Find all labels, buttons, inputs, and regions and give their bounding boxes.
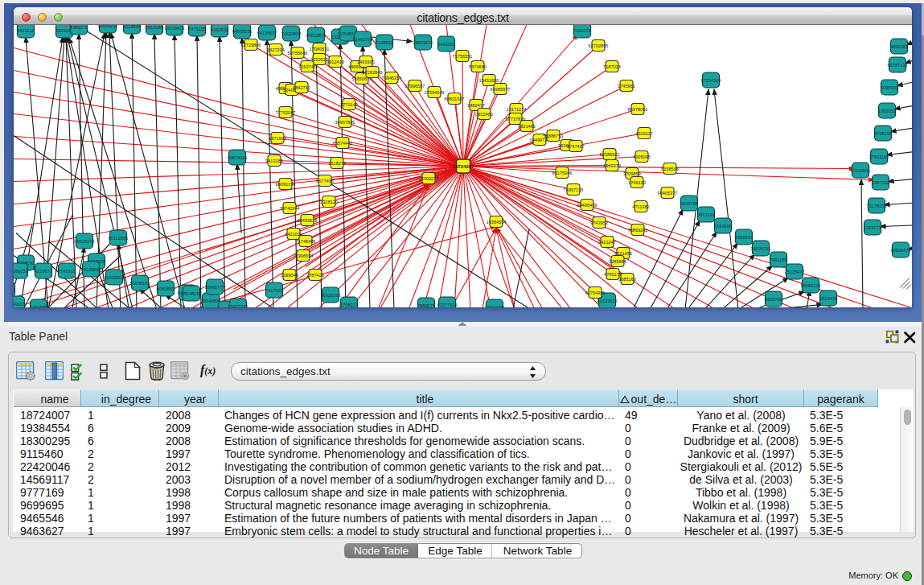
- svg-text:1745961: 1745961: [618, 84, 635, 89]
- svg-text:1824493: 1824493: [819, 296, 837, 301]
- svg-text:7917693: 7917693: [265, 288, 283, 293]
- svg-text:81223623: 81223623: [598, 299, 618, 303]
- svg-text:93103413: 93103413: [165, 26, 185, 31]
- svg-text:18724007: 18724007: [453, 164, 474, 169]
- svg-text:64835030: 64835030: [232, 29, 253, 34]
- svg-text:85574443: 85574443: [333, 141, 353, 146]
- svg-text:81754965: 81754965: [585, 290, 606, 295]
- svg-text:4711382: 4711382: [632, 204, 649, 209]
- svg-text:4216073: 4216073: [35, 269, 52, 274]
- svg-text:4738299: 4738299: [874, 131, 892, 136]
- svg-text:3387262: 3387262: [872, 180, 889, 185]
- svg-text:9821465: 9821465: [518, 124, 536, 129]
- svg-text:64139537: 64139537: [257, 31, 277, 35]
- svg-text:75869261: 75869261: [628, 228, 648, 233]
- svg-text:4005045: 4005045: [633, 154, 651, 159]
- svg-text:71906594: 71906594: [294, 253, 314, 258]
- svg-text:4316117: 4316117: [635, 131, 652, 136]
- svg-text:67010651: 67010651: [851, 168, 871, 173]
- svg-text:3709859: 3709859: [623, 171, 641, 176]
- svg-text:27354549: 27354549: [425, 90, 445, 95]
- svg-text:8708317: 8708317: [340, 303, 358, 307]
- svg-text:6193990: 6193990: [714, 224, 732, 229]
- svg-text:29946804: 29946804: [201, 299, 221, 303]
- svg-text:00524278: 00524278: [75, 239, 95, 244]
- svg-text:15300273: 15300273: [419, 176, 439, 181]
- svg-text:79740344: 79740344: [280, 206, 300, 211]
- svg-text:15451680: 15451680: [479, 78, 499, 83]
- svg-text:96532871: 96532871: [306, 33, 326, 38]
- svg-text:73178108: 73178108: [867, 204, 887, 208]
- svg-text:62729806: 62729806: [241, 43, 261, 47]
- svg-text:02654235: 02654235: [98, 25, 118, 28]
- svg-text:9743953: 9743953: [590, 220, 608, 225]
- svg-text:57262849: 57262849: [363, 70, 383, 75]
- svg-text:98084124: 98084124: [801, 283, 821, 288]
- svg-text:1969379: 1969379: [603, 163, 621, 168]
- svg-text:9521456: 9521456: [614, 251, 632, 256]
- svg-text:8677496: 8677496: [316, 179, 334, 183]
- svg-text:1031051: 1031051: [878, 109, 896, 113]
- svg-text:0330923: 0330923: [310, 57, 328, 62]
- svg-text:60385977: 60385977: [491, 87, 511, 92]
- svg-text:3482477: 3482477: [467, 103, 485, 108]
- svg-text:51462704: 51462704: [353, 37, 373, 42]
- svg-text:55886753: 55886753: [544, 134, 564, 138]
- svg-text:62702895: 62702895: [589, 43, 609, 48]
- svg-text:01429401: 01429401: [105, 275, 125, 280]
- svg-text:82175946: 82175946: [552, 171, 573, 175]
- svg-text:1746120: 1746120: [628, 180, 646, 185]
- svg-text:8386379: 8386379: [70, 25, 88, 30]
- svg-text:5009788: 5009788: [680, 201, 698, 206]
- svg-text:99091334: 99091334: [276, 182, 296, 187]
- svg-text:36995777: 36995777: [205, 285, 225, 290]
- svg-text:13433200: 13433200: [228, 304, 248, 308]
- svg-text:25135427: 25135427: [785, 270, 805, 274]
- svg-text:1399049: 1399049: [281, 273, 298, 278]
- svg-text:6690967: 6690967: [14, 302, 25, 307]
- svg-text:0812191: 0812191: [697, 212, 715, 217]
- svg-text:7187026: 7187026: [603, 64, 621, 69]
- svg-text:1671902: 1671902: [269, 136, 286, 141]
- svg-text:65648236: 65648236: [182, 291, 202, 296]
- svg-text:5466889: 5466889: [30, 305, 47, 308]
- svg-text:1615594: 1615594: [123, 25, 141, 29]
- svg-text:7889579: 7889579: [417, 303, 435, 308]
- svg-text:7182278: 7182278: [573, 28, 591, 33]
- svg-text:7770143: 7770143: [340, 102, 358, 107]
- svg-text:2421024: 2421024: [285, 232, 302, 237]
- svg-text:3747407: 3747407: [567, 144, 585, 149]
- svg-text:34714345: 34714345: [485, 305, 505, 308]
- svg-text:86578091: 86578091: [628, 107, 648, 112]
- svg-text:19384554: 19384554: [487, 220, 507, 225]
- svg-text:77752047: 77752047: [276, 110, 296, 115]
- svg-text:80831367: 80831367: [445, 97, 465, 101]
- svg-text:71746488: 71746488: [296, 239, 316, 244]
- svg-text:4896383: 4896383: [890, 44, 908, 49]
- svg-text:02606474: 02606474: [891, 248, 911, 253]
- svg-text:76945314: 76945314: [382, 76, 402, 80]
- svg-text:0433218: 0433218: [17, 28, 35, 33]
- svg-text:7193745: 7193745: [298, 64, 316, 69]
- svg-text:9413186: 9413186: [265, 159, 283, 163]
- svg-text:2328120: 2328120: [320, 200, 338, 204]
- svg-text:80112805: 80112805: [109, 236, 128, 241]
- svg-text:55698169: 55698169: [130, 281, 150, 286]
- svg-text:13171274: 13171274: [507, 107, 527, 112]
- svg-text:5430391: 5430391: [437, 42, 455, 47]
- svg-text:7991183: 7991183: [770, 257, 786, 262]
- svg-text:87277434: 87277434: [437, 303, 458, 307]
- svg-text:5158506: 5158506: [661, 167, 679, 171]
- svg-text:37631165: 37631165: [869, 154, 889, 159]
- svg-text:6658760: 6658760: [765, 297, 782, 302]
- svg-text:2787429: 2787429: [306, 273, 324, 278]
- svg-text:4192832: 4192832: [211, 27, 228, 32]
- svg-text:76320163: 76320163: [321, 293, 341, 298]
- svg-text:2260256: 2260256: [14, 269, 28, 274]
- svg-text:87234309: 87234309: [701, 78, 721, 83]
- svg-text:7816184: 7816184: [146, 25, 163, 30]
- svg-text:1326773: 1326773: [864, 225, 881, 230]
- svg-text:6475255: 6475255: [188, 27, 206, 31]
- svg-text:53755646: 53755646: [288, 51, 308, 56]
- svg-text:7543303: 7543303: [58, 269, 76, 274]
